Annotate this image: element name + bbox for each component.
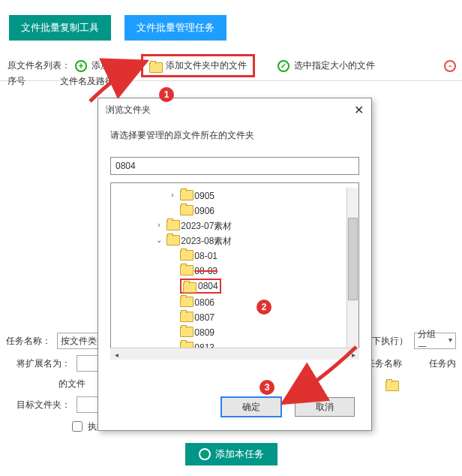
folder-tree: › 0905 0906› 2023-07素材⌄ 2023-08素材 08-01 … bbox=[110, 182, 359, 349]
tree-node[interactable]: ⌄ 2023-08素材 bbox=[111, 233, 346, 248]
dialog-title: 浏览文件夹 bbox=[106, 104, 151, 116]
folder-icon bbox=[166, 233, 178, 244]
folder-icon bbox=[180, 264, 192, 274]
ext-label-left: 将扩展名为： bbox=[16, 357, 70, 370]
dialog-path-input[interactable]: 0804 bbox=[110, 157, 359, 175]
col-index: 序号 bbox=[8, 75, 38, 88]
step-badge-3: 3 bbox=[260, 380, 274, 395]
folder-icon bbox=[166, 218, 178, 229]
add-task-button[interactable]: 添加本任务 bbox=[185, 443, 278, 465]
folder-icon bbox=[183, 281, 195, 291]
expand-toggle[interactable]: › bbox=[154, 219, 164, 231]
tree-node-label: 0804 bbox=[198, 280, 218, 292]
top-tabs: 文件批量复制工具 文件批量管理任务 bbox=[9, 15, 226, 41]
tree-node-label: 2023-08素材 bbox=[181, 236, 232, 246]
horizontal-scrollbar[interactable]: ◂▸ bbox=[110, 348, 359, 360]
ext-label-right: 的文件 bbox=[58, 378, 86, 390]
tree-node-label: 0906 bbox=[194, 206, 214, 216]
tree-node[interactable]: 0906 bbox=[111, 203, 346, 218]
tree-node[interactable]: 0807 bbox=[111, 309, 346, 324]
tab-manage-tasks[interactable]: 文件批量管理任务 bbox=[124, 15, 226, 41]
tree-node-label: 08-03 bbox=[194, 266, 218, 276]
step-badge-2: 2 bbox=[256, 300, 272, 315]
tree-node-label: 2023-07素材 bbox=[181, 221, 232, 231]
folder-icon bbox=[180, 203, 192, 214]
dialog-message: 请选择要管理的原文件所在的文件夹 bbox=[110, 129, 359, 142]
vertical-scrollbar[interactable] bbox=[346, 188, 358, 348]
folder-tree-list[interactable]: › 0905 0906› 2023-07素材⌄ 2023-08素材 08-01 … bbox=[111, 188, 346, 348]
group-select[interactable]: 分组一 bbox=[414, 333, 456, 349]
tree-node-label: 0806 bbox=[194, 297, 214, 308]
browse-folder-dialog: 浏览文件夹 ✕ 请选择要管理的原文件所在的文件夹 0804 › 0905 090… bbox=[98, 98, 372, 431]
task-seq-label: 任务内 bbox=[429, 357, 456, 370]
folder-icon bbox=[180, 310, 192, 321]
tree-node[interactable]: › 0905 bbox=[111, 188, 346, 203]
tree-node[interactable]: 08-03 bbox=[111, 263, 346, 278]
folder-icon-small[interactable] bbox=[386, 379, 398, 390]
tree-node[interactable]: 0804 bbox=[111, 278, 346, 294]
tree-node-label: 0807 bbox=[194, 312, 214, 323]
tree-node-label: 08-01 bbox=[194, 251, 218, 261]
tree-node-label: 0809 bbox=[194, 327, 214, 338]
ok-button[interactable]: 确定 bbox=[221, 397, 281, 417]
close-icon[interactable]: ✕ bbox=[354, 103, 364, 117]
tree-node-label: 0905 bbox=[194, 191, 214, 201]
step-badge-1: 1 bbox=[159, 87, 174, 102]
folder-icon bbox=[180, 295, 192, 306]
tree-node[interactable]: 0809 bbox=[111, 324, 346, 339]
folder-icon bbox=[149, 61, 161, 71]
tab-copy-tool[interactable]: 文件批量复制工具 bbox=[9, 15, 111, 41]
folder-icon bbox=[180, 249, 192, 259]
cancel-button[interactable]: 取消 bbox=[295, 397, 355, 417]
pre-delete-checkbox-box[interactable] bbox=[72, 421, 82, 432]
target-folder-label: 目标文件夹： bbox=[16, 399, 70, 411]
add-task-button-label: 添加本任务 bbox=[215, 447, 264, 461]
tree-node[interactable]: › 2023-07素材 bbox=[111, 218, 346, 233]
col-path: 文件名及路径 bbox=[60, 75, 114, 88]
task-name-label: 任务名称： bbox=[6, 335, 51, 348]
tree-node[interactable]: 08-01 bbox=[111, 248, 346, 263]
tree-node[interactable]: 0806 bbox=[111, 294, 346, 309]
folder-icon bbox=[180, 188, 192, 199]
folder-icon bbox=[180, 325, 192, 336]
expand-toggle[interactable]: › bbox=[168, 189, 177, 201]
expand-toggle[interactable]: ⌄ bbox=[154, 234, 164, 246]
